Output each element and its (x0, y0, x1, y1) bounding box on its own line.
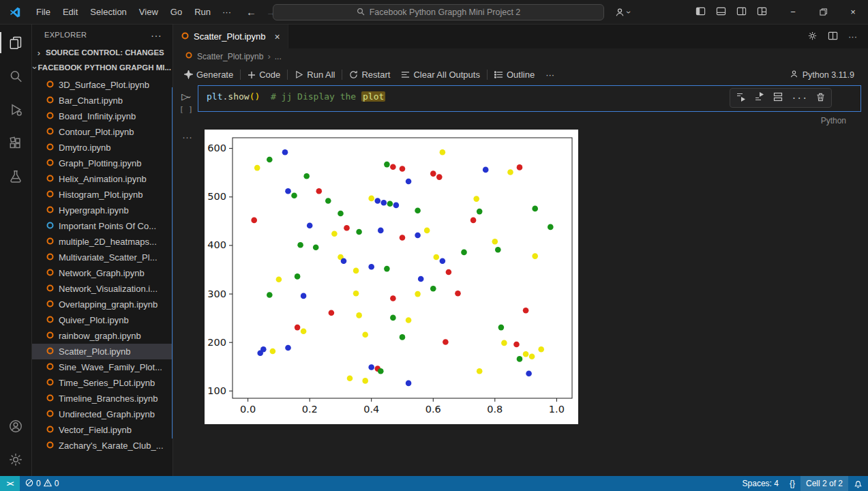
menu-run[interactable]: Run (188, 3, 217, 21)
file-item[interactable]: Bar_Chart.ipynb (32, 93, 173, 108)
file-item[interactable]: Scatter_Plot.ipynb (32, 344, 173, 359)
file-item[interactable]: Timeline_Branches.ipynb (32, 391, 173, 406)
code-cell: ▷› [ ] plt.show() # jj Display the plot … (175, 85, 861, 114)
svg-text:0.4: 0.4 (363, 404, 379, 415)
language-mode-indicator[interactable]: {} (784, 476, 800, 491)
svg-text:1.0: 1.0 (549, 404, 565, 415)
file-item[interactable]: Histogram_Plot.ipynb (32, 187, 173, 203)
notebook-file-icon (46, 237, 55, 248)
menu-go[interactable]: Go (164, 3, 188, 21)
tab-scatter-plot[interactable]: Scatter_Plot.ipynb × (173, 25, 288, 48)
section-source-control[interactable]: › SOURCE CONTROL: CHANGES (32, 45, 173, 60)
customize-layout-icon[interactable] (757, 6, 767, 18)
outline-button[interactable]: Outline (489, 67, 540, 83)
run-debug-icon[interactable] (0, 93, 31, 126)
file-item[interactable]: Overlapping_graph.ipynb (32, 297, 173, 312)
command-center-search[interactable]: Facebook Python Grapgh Mini Project 2 (273, 4, 604, 20)
file-item[interactable]: Network_Graph.ipynb (32, 265, 173, 281)
restore-icon[interactable] (808, 0, 838, 24)
menu-file[interactable]: File (30, 3, 57, 21)
file-item[interactable]: 3D_Surface_Plot.ipynb (32, 77, 173, 93)
search-view-icon[interactable] (0, 59, 31, 93)
run-cell-button[interactable]: ▷› (181, 91, 190, 102)
delete-cell-icon[interactable] (816, 93, 825, 104)
titlebar-right: › − × (614, 0, 868, 24)
notebook-icon (181, 31, 190, 42)
file-item[interactable]: Zachary's_Karate_Club_... (32, 438, 173, 453)
file-item[interactable]: Multivariate_Scatter_Pl... (32, 250, 173, 265)
section-workspace-folder[interactable]: › FACEBOOK PYTHON GRAPGH MI... (32, 60, 173, 75)
file-item[interactable]: Graph_Plotting.ipynb (32, 155, 173, 171)
cell-position-indicator[interactable]: Cell 2 of 2 (800, 476, 848, 491)
chevron-right-icon: › (267, 51, 270, 61)
file-name: Sine_Wave_Family_Plot... (59, 362, 162, 372)
account-icon[interactable] (0, 409, 31, 443)
split-editor-icon[interactable] (828, 31, 838, 43)
menubar: FileEditSelectionViewGoRun (30, 3, 217, 21)
toolbar-more-icon[interactable]: ··· (540, 67, 560, 83)
close-window-icon[interactable]: × (838, 0, 868, 24)
clear-outputs-button[interactable]: Clear All Outputs (395, 67, 485, 83)
back-arrow-icon[interactable]: ← (246, 6, 256, 18)
search-text: Facebook Python Grapgh Mini Project 2 (370, 8, 521, 17)
file-item[interactable]: Dmytro.ipynb (32, 140, 173, 155)
remote-indicator[interactable]: >< (0, 476, 20, 491)
breadcrumb[interactable]: Scatter_Plot.ipynb › ... (173, 48, 868, 64)
cell-more-icon[interactable]: ··· (792, 93, 807, 103)
menu-view[interactable]: View (133, 3, 164, 21)
explorer-actions-icon[interactable]: ··· (151, 29, 162, 41)
menu-edit[interactable]: Edit (57, 3, 84, 21)
output-menu-icon[interactable]: ··· (182, 131, 192, 143)
file-item[interactable]: Vector_Field.ipynb (32, 422, 173, 438)
run-all-button[interactable]: Run All (289, 67, 340, 83)
file-item[interactable]: Helix_Animation.ipynb (32, 171, 173, 187)
chevron-down-icon: › (624, 11, 633, 14)
file-item[interactable]: Time_Series_PLot.ipynb (32, 375, 173, 391)
more-actions-icon[interactable]: ··· (848, 31, 857, 42)
configure-gear-icon[interactable] (807, 31, 818, 43)
split-cell-icon[interactable] (773, 92, 783, 104)
toggle-secondary-sidebar-icon[interactable] (736, 6, 747, 18)
file-name: Important Points Of Co... (59, 221, 156, 231)
notebook-file-icon (46, 441, 55, 451)
restart-button[interactable]: Restart (344, 67, 395, 83)
scatter-plot-figure: 1002003004005006000.00.20.40.60.81.0 (205, 130, 578, 424)
menu-overflow-icon[interactable]: ··· (217, 7, 237, 17)
file-name: Undirected_Graph.ipynb (59, 409, 155, 419)
toggle-sidebar-icon[interactable] (695, 6, 706, 18)
file-item[interactable]: Network_Visualization.i... (32, 281, 173, 297)
file-item[interactable]: Quiver_Plot.ipynb (32, 312, 173, 328)
execute-below-icon[interactable] (755, 92, 764, 104)
cell-code-editor[interactable]: plt.show() # jj Display the plot ··· (198, 85, 861, 112)
indentation-indicator[interactable]: Spaces: 4 (737, 476, 784, 491)
kernel-picker[interactable]: Python 3.11.9 (790, 70, 863, 80)
file-item[interactable]: Undirected_Graph.ipynb (32, 406, 173, 422)
toggle-panel-icon[interactable] (716, 6, 726, 18)
generate-button[interactable]: Generate (179, 67, 239, 83)
menu-selection[interactable]: Selection (84, 3, 132, 21)
notebook-file-icon (46, 378, 55, 389)
tab-bar: Scatter_Plot.ipynb × ··· (173, 25, 868, 48)
notifications-bell-icon[interactable] (848, 476, 868, 491)
file-item[interactable]: Hypergraph.ipynb (32, 203, 173, 218)
file-item[interactable]: rainbow_graph.ipynb (32, 328, 173, 344)
minimize-icon[interactable]: − (778, 0, 808, 24)
file-item[interactable]: Important Points Of Co... (32, 218, 173, 234)
file-item[interactable]: Contour_Plot.ipynb (32, 124, 173, 140)
explorer-icon[interactable] (0, 26, 31, 59)
settings-gear-icon[interactable] (0, 443, 31, 476)
layout-controls (695, 6, 767, 18)
file-item[interactable]: Board_Infinity.ipynb (32, 108, 173, 124)
add-code-cell-button[interactable]: Code (242, 67, 286, 83)
editor-group: Scatter_Plot.ipynb × ··· Scatter_Plot.ip… (173, 25, 868, 476)
cell-language[interactable]: Python (173, 114, 868, 128)
profile-dropdown[interactable]: › (614, 7, 630, 18)
close-tab-icon[interactable]: × (275, 31, 280, 42)
extensions-icon[interactable] (0, 126, 31, 160)
testing-icon[interactable] (0, 160, 31, 193)
warning-icon (44, 479, 52, 489)
file-item[interactable]: multiple_2D_heatmaps... (32, 234, 173, 250)
execute-above-icon[interactable] (736, 92, 746, 104)
problems-indicator[interactable]: 0 0 (20, 476, 64, 491)
file-item[interactable]: Sine_Wave_Family_Plot... (32, 359, 173, 375)
